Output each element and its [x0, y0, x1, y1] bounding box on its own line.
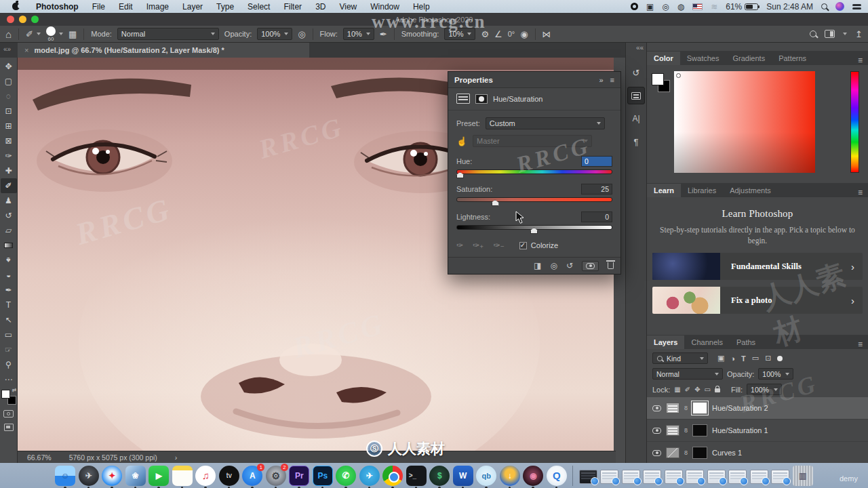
- adjustment-layer-icon[interactable]: [666, 403, 679, 413]
- tool-path-selection[interactable]: ↖: [1, 312, 17, 327]
- siri-icon[interactable]: [835, 2, 844, 11]
- blend-mode-select[interactable]: Normal: [117, 28, 219, 40]
- search-icon[interactable]: [810, 30, 816, 37]
- adjustment-mask-icon[interactable]: [475, 94, 488, 104]
- mask-link-icon[interactable]: 8: [684, 427, 688, 434]
- layer-visibility-icon[interactable]: [652, 450, 661, 456]
- layer-row-hue-saturation-2[interactable]: 8 Hue/Saturation 2: [647, 397, 868, 420]
- saturation-value-input[interactable]: 25: [581, 184, 612, 195]
- tab-adjustments[interactable]: Adjustments: [723, 184, 778, 197]
- menu-photoshop[interactable]: Photoshop: [29, 2, 85, 12]
- layer-opacity-select[interactable]: 100%: [758, 368, 793, 380]
- dock-photos[interactable]: ❀: [125, 466, 146, 486]
- minimized-window-thumbnail[interactable]: [707, 470, 726, 484]
- filter-pixel-layers-icon[interactable]: ▣: [717, 354, 724, 363]
- delete-adjustment-icon[interactable]: [608, 262, 614, 269]
- panel-menu-icon[interactable]: ≡: [610, 76, 614, 84]
- dock-notes[interactable]: [172, 466, 193, 486]
- preset-select[interactable]: Custom: [486, 117, 605, 129]
- dock-whatsapp[interactable]: ✆: [336, 466, 356, 486]
- targeted-adjustment-icon[interactable]: ☝: [456, 136, 467, 146]
- properties-header[interactable]: Properties » ≡: [448, 72, 620, 88]
- dock-chrome[interactable]: [382, 466, 403, 486]
- dock-appstore[interactable]: A1: [242, 466, 262, 486]
- dock-telegram[interactable]: ✈: [359, 466, 380, 486]
- symmetry-icon[interactable]: ⋈: [542, 30, 551, 39]
- collapse-panel-icon[interactable]: »: [599, 76, 603, 84]
- eyedropper-add-icon[interactable]: ✑₊: [473, 241, 484, 250]
- layer-fill-select[interactable]: 100%: [747, 384, 782, 395]
- layer-row-curves-1[interactable]: 8 Curves 1: [647, 442, 868, 464]
- tool-frame[interactable]: ⊠: [1, 134, 17, 148]
- tool-dodge[interactable]: ◒: [1, 268, 17, 283]
- menu-window[interactable]: Window: [363, 2, 406, 12]
- hue-slider[interactable]: [456, 169, 612, 178]
- layer-visibility-icon[interactable]: [652, 405, 661, 411]
- saturation-brightness-field[interactable]: [674, 71, 815, 173]
- minimize-window-button[interactable]: [19, 16, 26, 23]
- swap-colors-icon[interactable]: ⇄: [12, 387, 17, 393]
- dock-launchpad[interactable]: ✈: [79, 466, 99, 486]
- display-icon[interactable]: ▣: [646, 3, 654, 11]
- workspace-chevron-icon[interactable]: [843, 33, 847, 35]
- input-source-flag-icon[interactable]: [692, 3, 703, 10]
- saturation-slider[interactable]: [456, 197, 612, 205]
- brush-angle-value[interactable]: 0°: [508, 30, 515, 38]
- minimized-window-thumbnail[interactable]: [665, 470, 683, 484]
- eyedropper-sample-icon[interactable]: ✑: [456, 241, 463, 250]
- tab-channels[interactable]: Channels: [684, 336, 729, 349]
- dock-music[interactable]: ♫: [195, 466, 216, 486]
- tab-swatches[interactable]: Swatches: [680, 52, 726, 65]
- color-panel-menu-icon[interactable]: ≡: [858, 56, 868, 65]
- lock-position-icon[interactable]: ✥: [694, 386, 700, 393]
- tool-preset-chevron-icon[interactable]: [37, 33, 41, 35]
- paragraph-panel-icon[interactable]: ¶: [627, 133, 645, 150]
- filter-shape-layers-icon[interactable]: ▭: [752, 354, 759, 363]
- tool-zoom[interactable]: ⚲: [1, 357, 17, 372]
- layer-name[interactable]: Curves 1: [712, 449, 742, 457]
- foreground-color-swatch[interactable]: [652, 73, 664, 85]
- layer-mask-thumbnail[interactable]: [692, 424, 707, 436]
- dock-facetime[interactable]: ▶: [149, 466, 169, 486]
- minimized-window-thumbnail[interactable]: [600, 470, 618, 484]
- spotlight-search-icon[interactable]: [821, 3, 827, 9]
- dock-finance[interactable]: $: [429, 466, 450, 486]
- tool-eyedropper[interactable]: ✑: [1, 148, 17, 163]
- reset-adjustment-icon[interactable]: ↺: [566, 261, 573, 270]
- layer-filter-select[interactable]: Kind: [652, 352, 708, 364]
- apple-menu-icon[interactable]: [12, 3, 20, 10]
- learn-card-fundamental-skills[interactable]: Fundamental Skills ›: [652, 253, 863, 280]
- minimized-window-thumbnail[interactable]: [579, 470, 597, 484]
- creative-cloud-icon[interactable]: ◍: [677, 3, 684, 11]
- battery-indicator[interactable]: 61%: [726, 2, 758, 12]
- menu-edit[interactable]: Edit: [112, 2, 140, 12]
- layer-blend-mode-select[interactable]: Normal: [652, 368, 723, 380]
- layer-visibility-icon[interactable]: [652, 428, 661, 434]
- colorize-checkbox[interactable]: [519, 242, 527, 249]
- menu-layer[interactable]: Layer: [176, 2, 210, 12]
- share-icon[interactable]: ↥: [855, 30, 863, 39]
- foreground-color-swatch[interactable]: [1, 390, 10, 399]
- tab-paths[interactable]: Paths: [730, 336, 762, 349]
- history-panel-icon[interactable]: ↺: [627, 64, 645, 81]
- layers-panel-menu-icon[interactable]: ≡: [858, 340, 868, 349]
- tool-type[interactable]: T: [1, 298, 17, 312]
- dock-terminal[interactable]: >_: [406, 466, 427, 486]
- lock-all-icon[interactable]: [715, 388, 720, 392]
- learn-panel-menu-icon[interactable]: ≡: [858, 188, 868, 197]
- minimized-window-thumbnail[interactable]: [728, 470, 747, 484]
- tool-preset-icon[interactable]: ✐: [26, 30, 33, 39]
- tool-more-tools[interactable]: ⋯: [1, 372, 17, 387]
- dock-premiere[interactable]: Pr: [289, 466, 309, 486]
- minimized-window-thumbnail[interactable]: [686, 470, 704, 484]
- adjustment-layer-icon[interactable]: [666, 447, 679, 458]
- tool-crop[interactable]: ⊞: [1, 119, 17, 134]
- menu-file[interactable]: File: [85, 2, 112, 12]
- hue-strip[interactable]: [850, 71, 859, 173]
- lock-transparency-icon[interactable]: ▦: [674, 386, 680, 393]
- minimized-window-thumbnail[interactable]: [622, 470, 640, 484]
- hue-value-input[interactable]: 0: [581, 156, 612, 167]
- adjustment-layer-icon[interactable]: [666, 425, 679, 436]
- filter-adjustment-layers-icon[interactable]: ◑: [730, 354, 735, 363]
- tool-pen[interactable]: ✒: [1, 283, 17, 298]
